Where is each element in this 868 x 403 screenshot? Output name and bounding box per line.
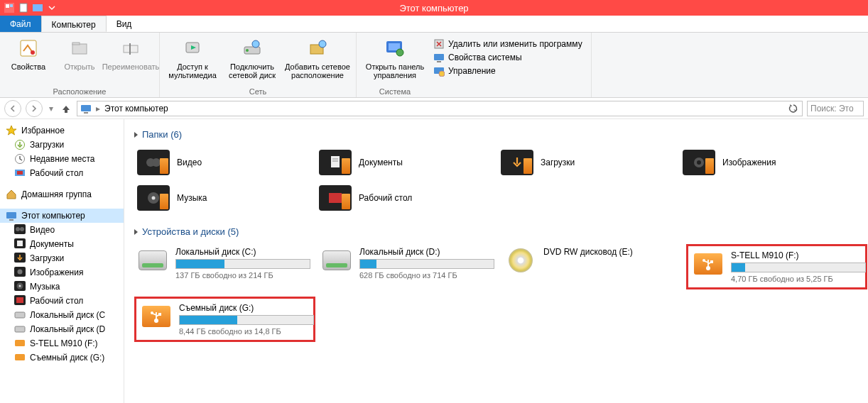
svg-point-16 [319,40,326,48]
tree-video[interactable]: Видео [0,223,124,237]
rename-label: Переименовать [102,62,160,71]
drive-item[interactable]: S-TELL M910 (F:)4,70 ГБ свободно из 5,25… [686,244,867,289]
folder-item[interactable]: Изображения [680,147,859,178]
drives-section-header[interactable]: Устройства и диски (5) [134,226,858,237]
uninstall-button[interactable]: Удалить или изменить программу [433,38,582,50]
up-button[interactable] [60,102,72,115]
manage-button[interactable]: Управление [433,65,582,77]
svg-rect-48 [15,340,25,346]
svg-rect-31 [6,212,16,219]
rename-button[interactable]: Переименовать [107,35,155,71]
tree-stell[interactable]: S-TELL M910 (F:) [0,336,124,350]
add-net-location-label: Добавить сетевое расположение [283,62,352,79]
forward-button[interactable] [26,100,43,117]
app-icon[interactable] [3,1,16,14]
qat-dropdown-icon[interactable] [45,1,58,14]
tree-removable-g[interactable]: Съемный диск (G:) [0,350,124,365]
svg-rect-25 [81,105,91,111]
svg-rect-21 [434,54,444,60]
open-label: Открыть [64,62,94,71]
music-icon [14,281,26,292]
tab-view[interactable]: Вид [107,16,142,32]
drive-item[interactable]: Съемный диск (G:)8,44 ГБ свободно из 14,… [134,297,315,342]
tree-desktop[interactable]: Рабочий стол [0,166,124,180]
qat-new-icon[interactable] [17,1,30,14]
folder-icon [501,150,533,175]
folder-icon [137,185,170,211]
search-input[interactable]: Поиск: Это [807,101,864,116]
sys-props-button[interactable]: Свойства системы [433,52,582,63]
tree-favorites[interactable]: Избранное [0,123,124,138]
tree-desktop2[interactable]: Рабочий стол [0,294,124,308]
folder-label: Документы [359,158,403,167]
svg-point-40 [18,270,23,275]
tree-pictures[interactable]: Изображения [0,265,124,280]
svg-point-56 [697,160,701,165]
svg-rect-1 [6,4,9,8]
folder-item[interactable]: Документы [316,147,495,178]
drive-freespace: 628 ГБ свободно из 714 ГБ [359,271,497,280]
collapse-icon [134,229,138,235]
back-button[interactable] [4,100,21,117]
folder-item[interactable]: Рабочий стол [316,182,495,214]
media-access-button[interactable]: Доступ к мультимедиа [164,35,221,79]
address-bar[interactable]: ▸ Этот компьютер ⌄ [77,101,803,116]
capacity-bar [731,263,866,272]
add-net-location-icon [306,37,329,60]
map-drive-button[interactable]: Подключить сетевой диск [224,35,281,79]
hdd-icon [14,309,26,321]
tree-downloads2[interactable]: Загрузки [0,251,124,265]
qat-properties-icon[interactable] [31,1,44,14]
add-net-location-button[interactable]: Добавить сетевое расположение [283,35,352,79]
tree-recent[interactable]: Недавние места [0,152,124,166]
drive-item[interactable]: DVD RW дисковод (E:) [502,244,683,289]
downloads-icon [14,253,26,264]
pictures-icon [14,267,26,278]
main-area: Избранное Загрузки Недавние места Рабочи… [0,119,868,403]
map-drive-icon [241,37,264,60]
ribbon-group-network: Доступ к мультимедиа Подключить сетевой … [160,33,357,97]
refresh-button[interactable] [788,103,799,114]
svg-rect-8 [72,43,80,45]
folder-item[interactable]: Музыка [134,182,313,214]
folders-section-header[interactable]: Папки (6) [134,129,858,140]
recent-locations-dropdown[interactable]: ▾ [47,104,55,114]
video-icon [14,224,26,236]
svg-rect-3 [20,4,27,12]
capacity-bar [175,259,310,269]
group-location-label: Расположение [53,85,107,96]
tree-homegroup[interactable]: Домашняя группа [0,187,124,202]
open-button[interactable]: Открыть [55,35,104,71]
tree-ldisk-c[interactable]: Локальный диск (C [0,308,124,322]
control-panel-button[interactable]: Открыть панель управления [361,35,429,79]
folder-item[interactable]: Видео [134,147,313,178]
window-title: Этот компьютер [0,3,868,13]
tab-computer[interactable]: Компьютер [41,16,107,32]
system-commands-list: Удалить или изменить программу Свойства … [429,35,587,79]
tree-this-pc[interactable]: Этот компьютер [0,209,124,223]
svg-rect-37 [17,241,23,246]
clock-icon [14,153,26,165]
tab-file[interactable]: Файл [0,16,41,32]
svg-point-43 [19,285,21,287]
media-access-label: Доступ к мультимедиа [164,62,221,79]
tree-music[interactable]: Музыка [0,280,124,294]
svg-point-65 [151,311,153,314]
drive-item[interactable]: Локальный диск (C:)137 ГБ свободно из 21… [134,244,315,289]
collapse-icon [134,132,138,138]
folder-item[interactable]: Загрузки [498,147,677,178]
control-panel-label: Открыть панель управления [361,62,429,79]
folder-label: Рабочий стол [359,193,412,203]
usb-icon [14,338,26,349]
svg-rect-2 [10,4,13,7]
drives-grid: Локальный диск (C:)137 ГБ свободно из 21… [134,244,858,342]
properties-button[interactable]: Свойства [4,35,53,71]
address-location: Этот компьютер [104,104,168,114]
tree-downloads[interactable]: Загрузки [0,138,124,152]
drive-item[interactable]: Локальный диск (D:)628 ГБ свободно из 71… [318,244,499,289]
tree-documents[interactable]: Документы [0,237,124,251]
tree-ldisk-d[interactable]: Локальный диск (D [0,322,124,336]
svg-rect-22 [437,61,441,62]
title-bar: Этот компьютер [0,0,868,16]
drive-label: S-TELL M910 (F:) [731,250,866,260]
